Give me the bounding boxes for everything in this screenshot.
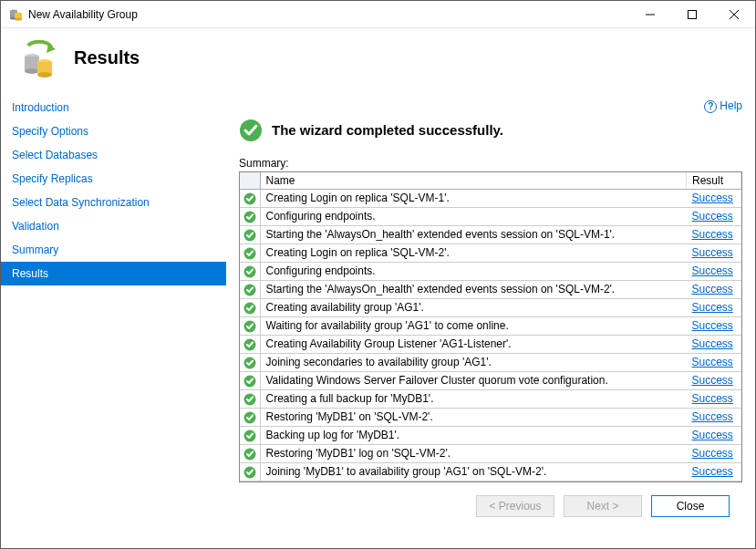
row-result: Success: [687, 371, 741, 389]
row-result: Success: [687, 298, 741, 316]
sidebar-item-specify-options[interactable]: Specify Options: [1, 119, 226, 143]
column-header-icon[interactable]: [240, 172, 260, 190]
table-row: Restoring 'MyDB1' on 'SQL-VM-2'.Success: [240, 408, 741, 426]
result-link[interactable]: Success: [692, 374, 733, 387]
window-controls: [629, 1, 755, 28]
row-result: Success: [687, 389, 741, 408]
result-link[interactable]: Success: [692, 264, 733, 277]
table-row: Starting the 'AlwaysOn_health' extended …: [240, 225, 741, 243]
row-name: Restoring 'MyDB1' on 'SQL-VM-2'.: [260, 408, 687, 426]
window-title: New Availability Group: [28, 8, 629, 21]
success-icon: [239, 119, 263, 142]
row-status-icon: [240, 207, 260, 225]
result-link[interactable]: Success: [692, 447, 733, 460]
close-window-button[interactable]: [713, 1, 755, 28]
help-icon: ?: [704, 100, 717, 113]
sidebar: IntroductionSpecify OptionsSelect Databa…: [1, 92, 226, 548]
table-row: Starting the 'AlwaysOn_health' extended …: [240, 280, 741, 298]
row-name: Backing up log for 'MyDB1'.: [260, 426, 687, 444]
result-link[interactable]: Success: [692, 392, 733, 405]
results-grid: Name Result Creating Login on replica 'S…: [239, 171, 742, 482]
result-link[interactable]: Success: [692, 210, 733, 223]
row-status-icon: [240, 444, 260, 462]
result-link[interactable]: Success: [692, 410, 733, 423]
table-row: Joining 'MyDB1' to availability group 'A…: [240, 462, 741, 481]
column-header-result[interactable]: Result: [687, 172, 741, 190]
table-row: Waiting for availability group 'AG1' to …: [240, 316, 741, 335]
page-title: Results: [74, 47, 140, 68]
app-icon: [8, 7, 23, 22]
row-result: Success: [687, 335, 741, 353]
row-status-icon: [240, 280, 260, 298]
table-row: Configuring endpoints.Success: [240, 262, 741, 280]
row-name: Creating Login on replica 'SQL-VM-1'.: [260, 189, 687, 207]
row-status-icon: [240, 353, 260, 371]
table-row: Backing up log for 'MyDB1'.Success: [240, 426, 741, 444]
table-row: Validating Windows Server Failover Clust…: [240, 371, 741, 389]
sidebar-item-specify-replicas[interactable]: Specify Replicas: [1, 167, 226, 191]
svg-point-5: [15, 17, 22, 20]
row-status-icon: [240, 189, 260, 207]
column-header-name[interactable]: Name: [260, 172, 687, 190]
sidebar-item-summary[interactable]: Summary: [1, 238, 226, 262]
row-name: Creating availability group 'AG1'.: [260, 298, 687, 316]
header: Results: [1, 28, 755, 92]
row-name: Starting the 'AlwaysOn_health' extended …: [260, 225, 687, 243]
row-result: Success: [687, 262, 741, 280]
sidebar-item-results[interactable]: Results: [1, 262, 226, 285]
row-status-icon: [240, 262, 260, 280]
row-name: Configuring endpoints.: [260, 207, 687, 225]
row-name: Creating Login on replica 'SQL-VM-2'.: [260, 243, 687, 262]
wizard-logo: [19, 40, 56, 77]
row-status-icon: [240, 335, 260, 353]
table-row: Creating Availability Group Listener 'AG…: [240, 335, 741, 353]
result-link[interactable]: Success: [692, 283, 733, 295]
title-bar: New Availability Group: [1, 1, 755, 28]
table-row: Configuring endpoints.Success: [240, 207, 741, 225]
svg-point-13: [25, 68, 39, 74]
result-link[interactable]: Success: [692, 429, 733, 441]
status-message: The wizard completed successfully.: [272, 122, 503, 138]
wizard-window: New Availability Group Results Introduct…: [0, 0, 756, 549]
table-row: Creating a full backup for 'MyDB1'.Succe…: [240, 389, 741, 408]
result-link[interactable]: Success: [692, 356, 733, 368]
sidebar-item-validation[interactable]: Validation: [1, 214, 226, 238]
close-button[interactable]: Close: [651, 495, 730, 517]
maximize-button[interactable]: [671, 1, 713, 28]
result-link[interactable]: Success: [692, 228, 733, 241]
result-link[interactable]: Success: [692, 319, 733, 332]
result-link[interactable]: Success: [692, 301, 733, 314]
result-link[interactable]: Success: [692, 246, 733, 259]
row-result: Success: [687, 280, 741, 298]
row-result: Success: [687, 462, 741, 481]
svg-rect-7: [689, 10, 697, 18]
row-result: Success: [687, 189, 741, 207]
row-result: Success: [687, 243, 741, 262]
row-name: Starting the 'AlwaysOn_health' extended …: [260, 280, 687, 298]
result-link[interactable]: Success: [692, 465, 733, 478]
row-status-icon: [240, 389, 260, 408]
result-link[interactable]: Success: [692, 192, 733, 204]
row-name: Validating Windows Server Failover Clust…: [260, 371, 687, 389]
row-name: Joining secondaries to availability grou…: [260, 353, 687, 371]
row-result: Success: [687, 444, 741, 462]
row-result: Success: [687, 408, 741, 426]
minimize-button[interactable]: [629, 1, 671, 28]
row-name: Creating a full backup for 'MyDB1'.: [260, 389, 687, 408]
next-button: Next >: [564, 495, 642, 517]
sidebar-item-introduction[interactable]: Introduction: [1, 96, 226, 119]
row-status-icon: [240, 462, 260, 481]
table-row: Creating availability group 'AG1'.Succes…: [240, 298, 741, 316]
row-status-icon: [240, 408, 260, 426]
row-name: Joining 'MyDB1' to availability group 'A…: [260, 462, 687, 481]
table-row: Restoring 'MyDB1' log on 'SQL-VM-2'.Succ…: [240, 444, 741, 462]
sidebar-item-select-databases[interactable]: Select Databases: [1, 143, 226, 167]
summary-label: Summary:: [239, 157, 742, 170]
row-name: Restoring 'MyDB1' log on 'SQL-VM-2'.: [260, 444, 687, 462]
body: IntroductionSpecify OptionsSelect Databa…: [1, 92, 755, 548]
sidebar-item-select-data-synchronization[interactable]: Select Data Synchronization: [1, 191, 226, 214]
help-link[interactable]: Help: [720, 99, 742, 112]
footer: < Previous Next > Close: [239, 482, 742, 530]
result-link[interactable]: Success: [692, 337, 733, 350]
svg-point-16: [37, 72, 52, 78]
